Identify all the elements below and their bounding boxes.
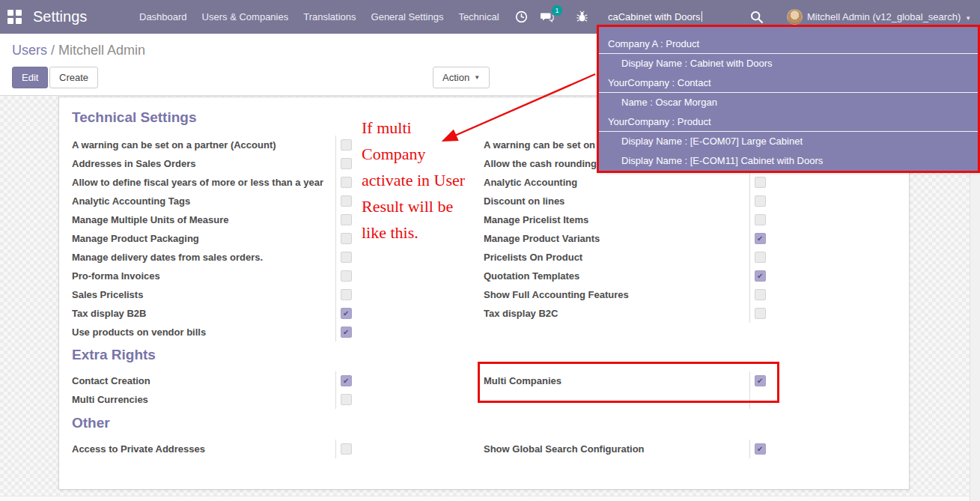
search-result-category[interactable]: YourCompany : Contact [599,73,980,93]
nav-menuitem-dashboard[interactable]: Dashboard [132,11,195,22]
checkbox[interactable] [755,252,766,263]
checkbox[interactable] [755,443,766,455]
setting-row: Show Full Accounting Features [484,285,791,304]
checkbox-cell [749,192,791,210]
global-search-results-dropdown: Company A : ProductDisplay Name : Cabine… [599,27,980,171]
checkbox[interactable] [341,270,352,282]
search-result-item[interactable]: Display Name : [E-COM07] Large Cabinet [599,132,980,151]
breadcrumb-users-link[interactable]: Users [12,43,47,58]
checkbox-cell [749,285,791,304]
setting-label: Tax display B2B [72,308,335,319]
checkbox-cell [749,248,791,267]
section-title-extra-rights: Extra Rights [72,347,156,363]
setting-row: Manage Pricelist Items [484,210,791,229]
search-result-item[interactable]: Name : Oscar Morgan [599,93,980,112]
checkbox-cell [749,371,791,390]
setting-label: Multi Companies [484,375,749,386]
annotation-note-line: Result will be [362,193,465,219]
nav-menuitem-translations[interactable]: Translations [296,11,363,22]
chevron-down-icon: ▼ [474,74,480,81]
checkbox[interactable] [341,233,352,244]
checkbox[interactable] [341,394,352,405]
nav-menuitem-users-companies[interactable]: Users & Companies [195,11,296,22]
checkbox[interactable] [755,308,766,319]
setting-row: A warning can be set on a partner (Accou… [72,136,379,154]
checkbox-cell [335,248,379,267]
checkbox[interactable] [755,177,766,188]
bottom-edge [0,496,970,501]
setting-label: Analytic Accounting Tags [72,195,335,207]
search-result-item[interactable]: Display Name : [E-COM11] Cabinet with Do… [599,151,980,171]
text-cursor [701,11,702,22]
checkbox[interactable] [755,270,766,282]
setting-row: Pro-forma Invoices [72,267,379,285]
setting-row: Multi Currencies [72,390,379,409]
checkbox-cell [335,440,379,458]
checkbox[interactable] [755,289,766,300]
setting-label: Multi Currencies [72,394,335,405]
setting-row: Pricelists On Product [484,248,791,267]
checkbox[interactable] [341,214,352,225]
other-left-column: Access to Private Addresses [72,440,379,458]
navbar-menu: DashboardUsers & CompaniesTranslationsGe… [132,0,507,34]
setting-label: Show Global Search Configuration [484,443,749,455]
annotation-note-line: like this. [362,219,465,246]
search-result-category[interactable]: Company A : Product [599,34,980,54]
activities-clock-icon[interactable] [515,10,528,23]
checkbox[interactable] [755,233,766,244]
setting-label: A warning can be set on a partner (Accou… [72,139,335,151]
checkbox[interactable] [341,327,352,338]
checkbox-cell [749,229,791,248]
edit-button[interactable]: Edit [12,67,48,88]
create-button[interactable]: Create [49,67,98,88]
checkbox-cell [749,390,791,409]
checkbox[interactable] [341,139,352,151]
checkbox[interactable] [341,195,352,207]
checkbox[interactable] [341,158,352,169]
setting-row: Addresses in Sales Orders [72,154,379,173]
setting-label: Contact Creation [72,375,335,386]
setting-row: Discount on lines [484,192,791,210]
checkbox[interactable] [341,308,352,319]
checkbox[interactable] [341,443,352,455]
setting-row [484,390,791,409]
setting-label: Show Full Accounting Features [484,289,749,300]
checkbox[interactable] [341,289,352,300]
action-dropdown-button[interactable]: Action▼ [433,67,490,88]
checkbox[interactable] [755,214,766,225]
extra-rights-right-column: Multi Companies [484,371,791,409]
setting-label: Manage Product Variants [484,233,749,244]
search-result-category[interactable]: YourCompany : Product [599,112,980,132]
annotation-note-line: Company [362,141,465,167]
checkbox[interactable] [755,375,766,386]
search-result-item[interactable]: Display Name : Cabinet with Doors [599,54,980,73]
checkbox-cell [335,323,379,341]
setting-label: Access to Private Addresses [72,443,335,455]
checkbox[interactable] [755,195,766,207]
checkbox-cell [749,267,791,285]
nav-menuitem-general-settings[interactable]: General Settings [364,11,451,22]
nav-menuitem-technical[interactable]: Technical [451,11,506,22]
setting-row: Manage Product Variants [484,229,791,248]
search-icon[interactable] [750,10,764,24]
user-avatar[interactable] [787,9,803,25]
apps-grid-icon[interactable] [7,10,22,24]
checkbox-cell [335,371,379,390]
checkbox-cell [335,285,379,304]
chevron-down-icon: ▼ [965,15,971,22]
checkbox[interactable] [341,252,352,263]
setting-label: Manage Product Packaging [72,233,335,244]
setting-row: Analytic Accounting Tags [72,192,379,210]
section-title-other: Other [72,415,110,431]
setting-label: Sales Pricelists [72,289,335,300]
section-title-technical-settings: Technical Settings [72,109,196,126]
breadcrumb: Users / Mitchell Admin [12,43,145,58]
setting-label: Manage Pricelist Items [484,214,749,225]
checkbox[interactable] [341,177,352,188]
setting-label: Manage Multiple Units of Measure [72,214,335,225]
checkbox-cell [749,304,791,323]
messages-count-badge[interactable]: 1 [552,5,562,16]
debug-bug-icon[interactable] [576,10,588,23]
checkbox[interactable] [341,375,352,386]
setting-label: Tax display B2C [484,308,749,319]
